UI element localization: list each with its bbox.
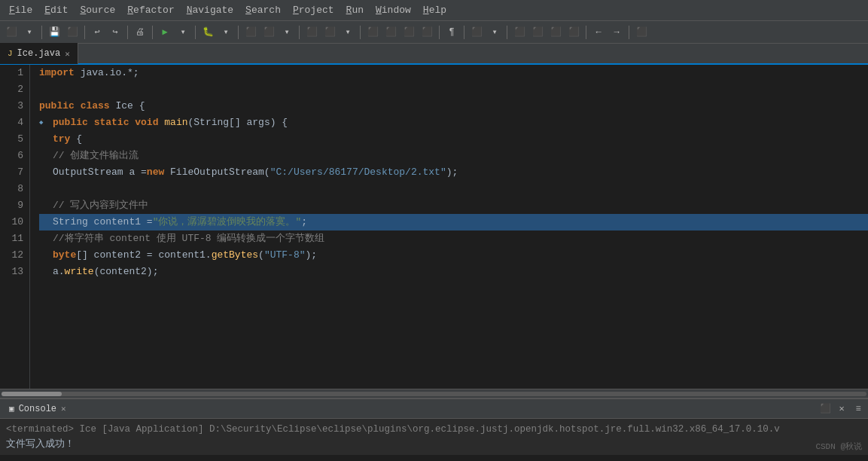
- menu-edit[interactable]: Edit: [38, 3, 74, 17]
- kw-static: static: [94, 114, 129, 131]
- line-gutter: 1 2 3 4 5 6 7 8 9 10 11 12 13: [0, 65, 30, 389]
- menu-search[interactable]: Search: [239, 3, 287, 17]
- line-num-10: 10: [0, 214, 23, 230]
- toolbar-ext10[interactable]: ⬛: [419, 24, 435, 41]
- sep1: [41, 26, 42, 39]
- comment-6: // 创建文件输出流: [53, 148, 139, 164]
- toolbar-ext6[interactable]: ▾: [340, 24, 356, 41]
- code-editor[interactable]: import java.io.*; public class Ice { ◆ p…: [30, 65, 868, 389]
- line-num-5: 5: [0, 131, 23, 148]
- console-tab-bar: ▣ Console ✕ ⬛ ✕ ≡: [0, 399, 868, 419]
- toolbar-run-dropdown[interactable]: ▾: [175, 24, 191, 41]
- comment-9: // 写入内容到文件中: [53, 197, 148, 214]
- line-num-12: 12: [0, 247, 23, 264]
- toolbar-saveall[interactable]: ⬛: [64, 24, 81, 41]
- console-tab-right: ⬛ ✕ ≡: [818, 402, 865, 416]
- toolbar-ext14[interactable]: ⬛: [633, 24, 650, 41]
- code-line-6: // 创建文件输出流: [39, 148, 868, 164]
- sep2: [84, 26, 85, 39]
- str-cn: "你说，潺潺碧波倒映我的落寞。": [153, 214, 302, 230]
- toolbar-nav1[interactable]: ⬛: [511, 24, 528, 41]
- menu-project[interactable]: Project: [287, 3, 340, 17]
- sep5: [195, 26, 196, 39]
- toolbar-ext7[interactable]: ⬛: [364, 24, 381, 41]
- watermark: CSDN @秋说: [815, 441, 862, 452]
- editor-scrollbar[interactable]: [0, 389, 868, 398]
- kw-import: import: [39, 65, 75, 81]
- console-area: ▣ Console ✕ ⬛ ✕ ≡ <terminated> Ice [Java…: [0, 398, 868, 455]
- toolbar-ext8[interactable]: ⬛: [382, 24, 399, 41]
- str-path: "C:/Users/86177/Desktop/2.txt": [270, 164, 446, 181]
- toolbar-ext9[interactable]: ⬛: [400, 24, 417, 41]
- toolbar-nav2[interactable]: ⬛: [529, 24, 546, 41]
- toolbar-ext11[interactable]: ¶: [443, 24, 460, 41]
- toolbar-ext12[interactable]: ⬛: [468, 24, 485, 41]
- console-tab-left: ▣ Console ✕: [3, 399, 72, 419]
- tab-filename: Ice.java: [17, 48, 61, 59]
- toolbar-nav3[interactable]: ⬛: [547, 24, 564, 41]
- method-getbytes: getBytes: [212, 247, 258, 264]
- toolbar-new[interactable]: ⬛: [3, 24, 20, 41]
- tab-bar: J Ice.java ✕: [0, 44, 868, 65]
- line-num-11: 11: [0, 230, 23, 247]
- editor-area: 1 2 3 4 5 6 7 8 9 10 11 12 13 import jav…: [0, 65, 868, 389]
- code-line-3: public class Ice {: [39, 98, 868, 114]
- toolbar-undo[interactable]: ↩: [89, 24, 105, 41]
- console-tab-close[interactable]: ✕: [61, 404, 66, 414]
- toolbar-ext3[interactable]: ▾: [279, 24, 295, 41]
- toolbar-dropdown1[interactable]: ▾: [21, 24, 38, 41]
- toolbar-debug-dropdown[interactable]: ▾: [218, 24, 234, 41]
- code-line-5: try {: [39, 131, 868, 148]
- tab-close-button[interactable]: ✕: [65, 49, 70, 59]
- toolbar-nav4[interactable]: ⬛: [565, 24, 582, 41]
- scrollbar-track[interactable]: [2, 392, 866, 396]
- toolbar-ext1[interactable]: ⬛: [242, 24, 259, 41]
- menu-refactor[interactable]: Refactor: [121, 3, 180, 17]
- toolbar-print[interactable]: 🖨: [132, 24, 148, 41]
- console-output-line: 文件写入成功！: [6, 437, 862, 452]
- output-text: 文件写入成功！: [6, 439, 75, 450]
- menu-navigate[interactable]: Navigate: [181, 3, 239, 17]
- toolbar-ext5[interactable]: ⬛: [321, 24, 338, 41]
- menu-window[interactable]: Window: [370, 3, 417, 17]
- menu-source[interactable]: Source: [74, 3, 121, 17]
- toolbar-save[interactable]: 💾: [46, 24, 62, 41]
- toolbar-ext2[interactable]: ⬛: [260, 24, 277, 41]
- console-stop-icon[interactable]: ⬛: [818, 402, 832, 416]
- sep3: [127, 26, 128, 39]
- code-line-9: // 写入内容到文件中: [39, 197, 868, 214]
- kw-byte: byte: [53, 247, 76, 264]
- menu-file[interactable]: File: [3, 3, 38, 17]
- sep4: [152, 26, 153, 39]
- line-num-9: 9: [0, 197, 23, 214]
- kw-class: class: [81, 98, 110, 114]
- toolbar-forward[interactable]: →: [608, 24, 625, 41]
- tab-ice-java[interactable]: J Ice.java ✕: [0, 43, 78, 64]
- comment-11: //将字符串 content 使用 UTF-8 编码转换成一个字节数组: [53, 230, 324, 247]
- terminated-text: <terminated> Ice [Java Application] D:\S…: [6, 424, 780, 435]
- sep9: [439, 26, 440, 39]
- code-7a: OutputStream a =: [53, 164, 147, 181]
- toolbar-ext13[interactable]: ▾: [486, 24, 503, 41]
- code-13: a.: [53, 264, 65, 280]
- line-num-2: 2: [0, 81, 23, 98]
- sep12: [586, 26, 586, 39]
- toolbar-run[interactable]: ▶: [157, 24, 173, 41]
- toolbar-debug[interactable]: 🐛: [199, 24, 216, 41]
- menu-run[interactable]: Run: [340, 3, 370, 17]
- console-body: <terminated> Ice [Java Application] D:\S…: [0, 419, 868, 455]
- code-line-2: [39, 81, 868, 98]
- console-clear-icon[interactable]: ✕: [835, 402, 848, 416]
- menu-help[interactable]: Help: [417, 3, 452, 17]
- console-menu-icon[interactable]: ≡: [851, 402, 865, 416]
- scrollbar-thumb[interactable]: [2, 392, 62, 396]
- toolbar-ext4[interactable]: ⬛: [303, 24, 320, 41]
- toolbar-back[interactable]: ←: [590, 24, 607, 41]
- code-line-7: OutputStream a = new FileOutputStream("C…: [39, 164, 868, 181]
- line-num-3: 3: [0, 98, 23, 114]
- line-num-8: 8: [0, 181, 23, 197]
- console-tab[interactable]: ▣ Console ✕: [3, 399, 72, 419]
- code-line-13: a.write(content2);: [39, 264, 868, 280]
- toolbar-redo[interactable]: ↪: [107, 24, 123, 41]
- str-utf8-12: "UTF-8": [264, 247, 306, 264]
